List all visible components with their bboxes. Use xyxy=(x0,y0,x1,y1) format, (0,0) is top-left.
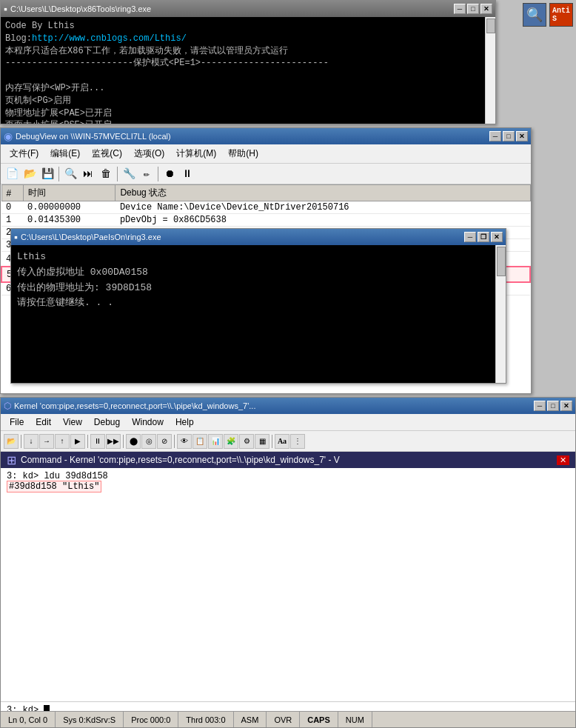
status-caps: CAPS xyxy=(300,712,338,727)
toolbar-sep3 xyxy=(158,167,158,181)
win3-scrollbar[interactable] xyxy=(495,245,506,383)
win1-title-bar[interactable]: ▪ C:\Users\L\Desktop\x86Tools\ring3.exe … xyxy=(1,1,495,17)
tb-clear-bp[interactable]: ⊘ xyxy=(157,434,172,449)
tb-go[interactable]: ▶▶ xyxy=(106,434,121,449)
win1-scrollbar[interactable] xyxy=(485,17,495,124)
windbg-window: ⬡ Kernel 'com:pipe,resets=0,reconnect,po… xyxy=(0,397,576,728)
win2-close-btn[interactable]: ✕ xyxy=(516,131,528,141)
win1-scrollbar-thumb[interactable] xyxy=(486,19,495,33)
menu-help[interactable]: 帮助(H) xyxy=(222,146,264,161)
win4-close-btn[interactable]: ✕ xyxy=(560,401,572,411)
tb-step-over[interactable]: → xyxy=(39,434,54,449)
win2-menu-bar: 文件(F) 编辑(E) 监视(C) 选项(O) 计算机(M) 帮助(H) xyxy=(1,144,531,164)
toolbar-new[interactable]: 📄 xyxy=(4,166,20,182)
toolbar-pause[interactable]: ⏸ xyxy=(179,166,195,182)
menu-file[interactable]: 文件(F) xyxy=(4,146,44,161)
windbg-highlight-line: #39d8d158 "Lthis" xyxy=(7,481,101,492)
toolbar-sep2 xyxy=(117,167,118,181)
win4-title-text: ⬡ Kernel 'com:pipe,resets=0,reconnect,po… xyxy=(4,401,255,411)
tb-break[interactable]: ⏸ xyxy=(90,434,105,449)
menu-edit[interactable]: 编辑(E) xyxy=(44,146,86,161)
win1-buttons: ─ □ ✕ xyxy=(454,4,492,14)
toolbar-capture[interactable]: ⏺ xyxy=(161,166,178,182)
toolbar-search[interactable]: 🔍 xyxy=(62,166,78,182)
col-debug: Debug 状态 xyxy=(115,185,530,201)
win4-sub-close[interactable]: ✕ xyxy=(557,455,569,465)
menu-computer[interactable]: 计算机(M) xyxy=(170,146,222,161)
win1-maximize-btn[interactable]: □ xyxy=(467,4,479,14)
win1-minimize-btn[interactable]: ─ xyxy=(454,4,466,14)
tb-cmd[interactable]: ▦ xyxy=(255,434,269,449)
tb-watch[interactable]: 👁 xyxy=(177,434,192,449)
win1-blog-link[interactable]: http://www.cnblogs.com/Lthis/ xyxy=(32,33,187,44)
table-row: 0 0.00000000 Device Name:\Device\Device_… xyxy=(1,201,530,214)
tb-run[interactable]: ▶ xyxy=(70,434,85,449)
win4-menu-window[interactable]: Window xyxy=(126,415,170,429)
toolbar-open[interactable]: 📂 xyxy=(21,166,38,182)
win3-title-bar[interactable]: ▪ C:\Users\L\Desktop\PaeIsOn\ring3.exe ─… xyxy=(11,229,506,245)
tb-dis[interactable]: ⚙ xyxy=(239,434,254,449)
windbg-line-1: #39d8d158 "Lthis" xyxy=(7,481,101,492)
row1-msg: pDevObj = 0x86CD5638 xyxy=(115,214,530,227)
tb-sep1 xyxy=(21,435,21,448)
win3-close-btn[interactable]: ✕ xyxy=(491,232,503,242)
win4-menu-file[interactable]: File xyxy=(4,415,30,429)
win4-title-bar[interactable]: ⬡ Kernel 'com:pipe,resets=0,reconnect,po… xyxy=(1,398,575,414)
status-num: NUM xyxy=(338,712,372,727)
win1-line-6: 页机制<PG>启用 xyxy=(5,95,491,107)
status-ln-col: Ln 0, Col 0 xyxy=(1,712,56,727)
tb-font[interactable]: Aa xyxy=(275,434,289,449)
tb-step-out[interactable]: ↑ xyxy=(55,434,70,449)
windbg-cmd-icon: ⊞ xyxy=(7,453,16,467)
tb-sep5 xyxy=(272,435,272,448)
win1-line-3: ------------------------保护模式<PE=1>------… xyxy=(5,57,491,70)
tb-locals[interactable]: 📋 xyxy=(192,434,207,449)
tb-bp[interactable]: ⬤ xyxy=(126,434,141,449)
win4-menu-bar: File Edit View Debug Window Help xyxy=(1,414,575,431)
win3-title-text: ▪ C:\Users\L\Desktop\PaeIsOn\ring3.exe xyxy=(14,231,161,243)
toolbar-save[interactable]: 💾 xyxy=(39,166,56,182)
tb-bp2[interactable]: ◎ xyxy=(141,434,156,449)
tb-mem[interactable]: 🧩 xyxy=(224,434,238,449)
win1-close-btn[interactable]: ✕ xyxy=(480,4,492,14)
debug-table-header: # 时间 Debug 状态 xyxy=(1,185,530,201)
tb-open[interactable]: 📂 xyxy=(4,434,19,449)
win4-menu-debug[interactable]: Debug xyxy=(88,415,126,429)
row0-msg: Device Name:\Device\Device_NtDriver20150… xyxy=(115,201,530,214)
win1-content: Code By Lthis Blog:http://www.cnblogs.co… xyxy=(1,17,495,124)
win4-menu-view[interactable]: View xyxy=(57,415,88,429)
tb-regs[interactable]: 📊 xyxy=(208,434,223,449)
tb-step-in[interactable]: ↓ xyxy=(24,434,38,449)
win3-restore-btn[interactable]: ❐ xyxy=(478,232,489,242)
toolbar-clear[interactable]: 🗑 xyxy=(98,166,114,182)
status-ovr: OVR xyxy=(267,712,300,727)
tb-options[interactable]: ⋮ xyxy=(290,434,305,449)
win2-title-bar[interactable]: ◉ DebugView on \\WIN-57MVECLI7LL (local)… xyxy=(1,128,531,144)
menu-options[interactable]: 选项(O) xyxy=(128,146,170,161)
col-time: 时间 xyxy=(23,185,115,201)
win1-title-text: ▪ C:\Users\L\Desktop\x86Tools\ring3.exe xyxy=(4,3,151,15)
row0-num: 0 xyxy=(1,201,23,214)
win1-line-2: 本程序只适合在X86下工作，若加载驱动失败，请尝试以管理员方式运行 xyxy=(5,45,491,58)
win4-content: 3: kd> ldu 39d8d158 #39d8d158 "Lthis" xyxy=(1,468,575,701)
antivirus-icon[interactable]: AntiS xyxy=(549,3,573,27)
win3-scrollbar-thumb[interactable] xyxy=(497,247,506,276)
win3-line-0: Lthis xyxy=(17,250,500,265)
status-proc: Proc 000:0 xyxy=(124,712,178,727)
menu-monitor[interactable]: 监视(C) xyxy=(86,146,128,161)
win4-maximize-btn[interactable]: □ xyxy=(547,401,559,411)
win3-minimize-btn[interactable]: ─ xyxy=(464,232,476,242)
toolbar-highlight[interactable]: ✏ xyxy=(138,166,155,182)
magnifier-icon[interactable]: 🔍 xyxy=(523,3,546,27)
win1-line-7: 物理地址扩展<PAE>已开启 xyxy=(5,107,491,120)
col-num: # xyxy=(1,185,23,201)
win4-minimize-btn[interactable]: ─ xyxy=(534,401,546,411)
win4-menu-edit[interactable]: Edit xyxy=(30,415,57,429)
win2-minimize-btn[interactable]: ─ xyxy=(489,131,501,141)
win2-maximize-btn[interactable]: □ xyxy=(503,131,515,141)
toolbar-filter[interactable]: 🔧 xyxy=(121,166,137,182)
win2-title-text: ◉ DebugView on \\WIN-57MVECLI7LL (local) xyxy=(4,130,171,142)
tb-sep3 xyxy=(123,435,124,448)
toolbar-find-next[interactable]: ⏭ xyxy=(80,166,96,182)
win4-menu-help[interactable]: Help xyxy=(170,415,200,429)
